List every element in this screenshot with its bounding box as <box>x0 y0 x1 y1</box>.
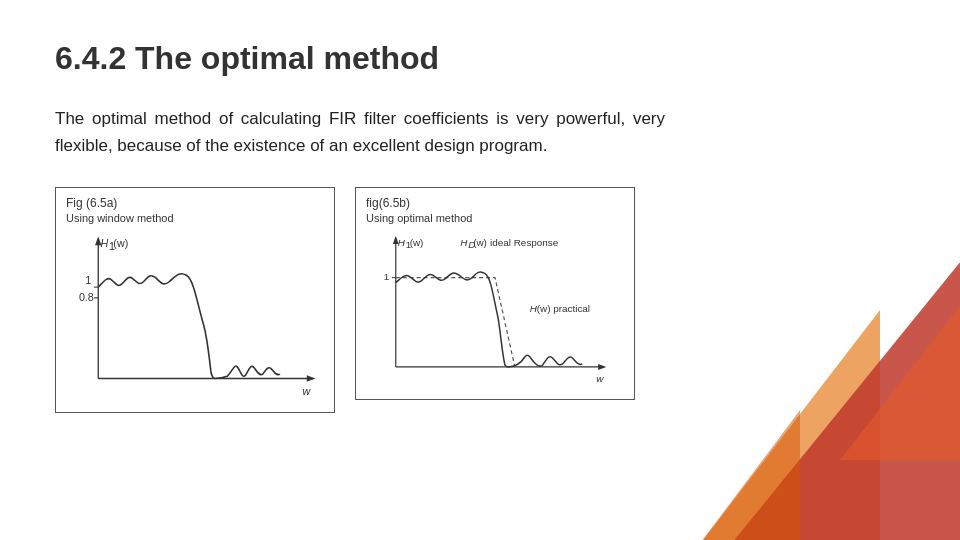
svg-text:w: w <box>596 373 604 384</box>
figure-a-subtitle: Using window method <box>66 212 324 224</box>
svg-text:0.8: 0.8 <box>79 291 94 303</box>
slide-body: The optimal method of calculating FIR fi… <box>55 105 665 159</box>
svg-text:1: 1 <box>85 274 91 286</box>
slide-title: 6.4.2 The optimal method <box>55 40 665 77</box>
svg-text:1: 1 <box>384 271 390 282</box>
slide-content: 6.4.2 The optimal method The optimal met… <box>0 0 720 443</box>
svg-text:(w): (w) <box>113 238 128 250</box>
figures-container: Fig (6.5a) Using window method 1 0.8 H 1 <box>55 187 665 413</box>
svg-text:w: w <box>303 385 312 397</box>
slide-container: 6.4.2 The optimal method The optimal met… <box>0 0 960 540</box>
svg-text:H: H <box>398 237 406 248</box>
figure-a-label: Fig (6.5a) <box>66 196 324 210</box>
svg-text:(w): (w) <box>410 237 424 248</box>
figure-a-svg: 1 0.8 H 1 (w) w <box>66 228 324 400</box>
bg-shape-red-2 <box>840 280 960 460</box>
figure-b-label: fig(6.5b) <box>366 196 624 210</box>
svg-marker-15 <box>598 364 606 370</box>
figure-b-svg: 1 H 1 (w) H D (w) ideal Response H (w) p… <box>366 228 624 387</box>
svg-text:(w): (w) <box>473 237 487 248</box>
svg-text:H: H <box>460 237 468 248</box>
figure-b-subtitle: Using optimal method <box>366 212 624 224</box>
svg-text:H: H <box>100 238 108 250</box>
svg-text:ideal Response: ideal Response <box>490 237 559 248</box>
figure-b: fig(6.5b) Using optimal method 1 H 1 (w) <box>355 187 635 400</box>
svg-text:(w) practical: (w) practical <box>537 304 590 315</box>
figure-a: Fig (6.5a) Using window method 1 0.8 H 1 <box>55 187 335 413</box>
svg-marker-3 <box>307 376 316 382</box>
